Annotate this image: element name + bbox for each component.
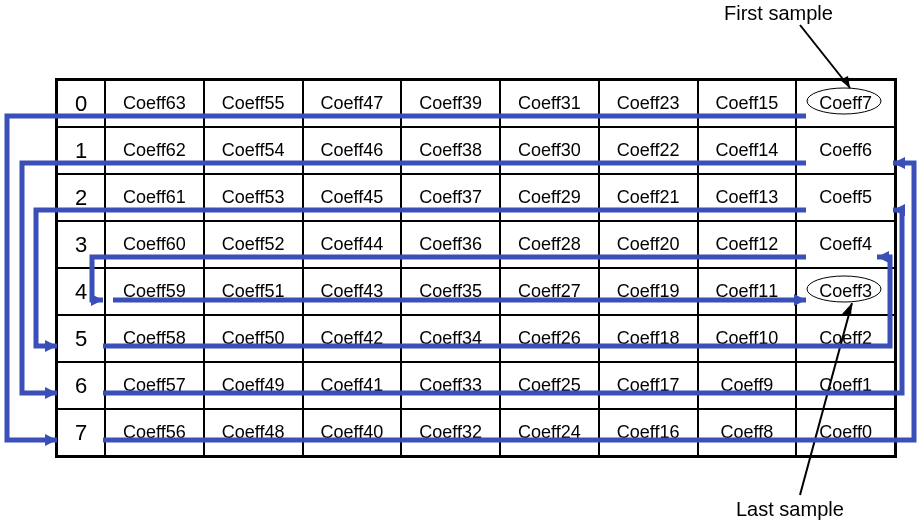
coeff-cell: Coeff14	[698, 127, 797, 174]
coeff-cell: Coeff59	[105, 268, 204, 315]
coeff-cell: Coeff46	[303, 127, 402, 174]
coeff-cell: Coeff62	[105, 127, 204, 174]
coeff-cell: Coeff10	[698, 315, 797, 362]
coeff-cell: Coeff35	[401, 268, 500, 315]
coeff-cell: Coeff63	[105, 80, 204, 127]
coeff-cell: Coeff49	[204, 362, 303, 409]
coeff-cell: Coeff34	[401, 315, 500, 362]
coeff-cell: Coeff9	[698, 362, 797, 409]
first-sample-label: First sample	[724, 2, 833, 25]
coeff-cell: Coeff42	[303, 315, 402, 362]
coeff-cell: Coeff45	[303, 174, 402, 221]
row-index: 7	[57, 409, 105, 456]
coeff-cell: Coeff61	[105, 174, 204, 221]
diagram-stage: First sample Last sample 0Coeff63Coeff55…	[0, 0, 921, 527]
coeff-cell: Coeff19	[599, 268, 698, 315]
coeff-cell: Coeff32	[401, 409, 500, 456]
coeff-cell: Coeff17	[599, 362, 698, 409]
coeff-cell: Coeff50	[204, 315, 303, 362]
coeff-cell: Coeff2	[796, 315, 895, 362]
coeff-cell: Coeff26	[500, 315, 599, 362]
coeff-cell: Coeff21	[599, 174, 698, 221]
coeff-cell: Coeff58	[105, 315, 204, 362]
coeff-cell: Coeff60	[105, 221, 204, 268]
coeff-cell: Coeff23	[599, 80, 698, 127]
coeff-cell: Coeff6	[796, 127, 895, 174]
row-index: 0	[57, 80, 105, 127]
coeff-cell: Coeff11	[698, 268, 797, 315]
coeff-cell: Coeff13	[698, 174, 797, 221]
row-index: 3	[57, 221, 105, 268]
coeff-cell: Coeff5	[796, 174, 895, 221]
coeff-cell: Coeff31	[500, 80, 599, 127]
coeff-cell: Coeff48	[204, 409, 303, 456]
coeff-cell: Coeff28	[500, 221, 599, 268]
coeff-cell: Coeff4	[796, 221, 895, 268]
coeff-cell: Coeff7	[796, 80, 895, 127]
coeff-cell: Coeff25	[500, 362, 599, 409]
coeff-table: 0Coeff63Coeff55Coeff47Coeff39Coeff31Coef…	[55, 78, 897, 458]
row-index: 6	[57, 362, 105, 409]
coeff-cell: Coeff43	[303, 268, 402, 315]
row-index: 5	[57, 315, 105, 362]
coeff-cell: Coeff8	[698, 409, 797, 456]
last-sample-label: Last sample	[736, 498, 844, 521]
coeff-cell: Coeff22	[599, 127, 698, 174]
coeff-cell: Coeff30	[500, 127, 599, 174]
coeff-cell: Coeff51	[204, 268, 303, 315]
coeff-cell: Coeff53	[204, 174, 303, 221]
coeff-cell: Coeff38	[401, 127, 500, 174]
coeff-cell: Coeff47	[303, 80, 402, 127]
coeff-cell: Coeff18	[599, 315, 698, 362]
coeff-cell: Coeff57	[105, 362, 204, 409]
coeff-cell: Coeff56	[105, 409, 204, 456]
coeff-cell: Coeff1	[796, 362, 895, 409]
coeff-cell: Coeff12	[698, 221, 797, 268]
coeff-cell: Coeff44	[303, 221, 402, 268]
coeff-cell: Coeff16	[599, 409, 698, 456]
coeff-cell: Coeff15	[698, 80, 797, 127]
coeff-cell: Coeff20	[599, 221, 698, 268]
coeff-cell: Coeff33	[401, 362, 500, 409]
coeff-cell: Coeff27	[500, 268, 599, 315]
coeff-cell: Coeff52	[204, 221, 303, 268]
coeff-cell: Coeff41	[303, 362, 402, 409]
coeff-cell: Coeff54	[204, 127, 303, 174]
coeff-cell: Coeff0	[796, 409, 895, 456]
row-index: 2	[57, 174, 105, 221]
coeff-cell: Coeff24	[500, 409, 599, 456]
coeff-cell: Coeff36	[401, 221, 500, 268]
coeff-cell: Coeff40	[303, 409, 402, 456]
row-index: 4	[57, 268, 105, 315]
coeff-cell: Coeff3	[796, 268, 895, 315]
coeff-cell: Coeff55	[204, 80, 303, 127]
row-index: 1	[57, 127, 105, 174]
coeff-cell: Coeff29	[500, 174, 599, 221]
coeff-cell: Coeff39	[401, 80, 500, 127]
coeff-cell: Coeff37	[401, 174, 500, 221]
